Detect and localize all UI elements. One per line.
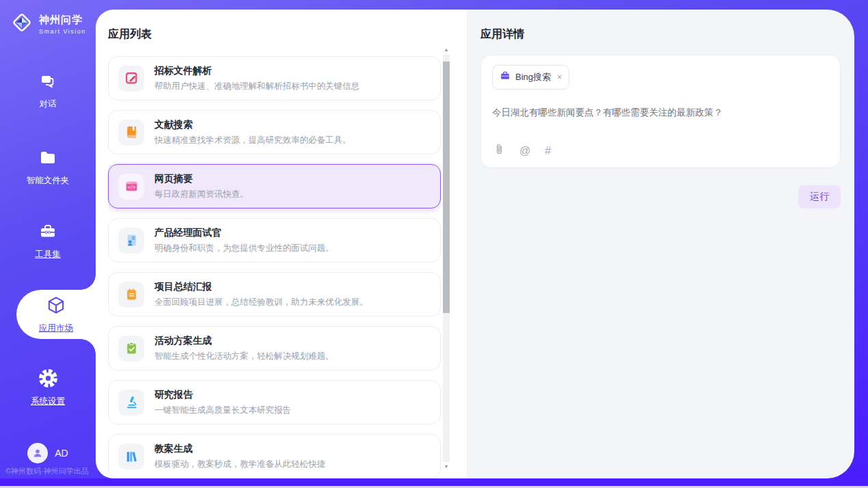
brand-subtitle: Smart Vision: [39, 28, 86, 35]
books-icon: [118, 444, 144, 470]
app-card-description: 帮助用户快速、准确地理解和解析招标书中的关键信息: [154, 81, 360, 92]
hash-icon[interactable]: #: [545, 145, 551, 157]
folder-icon: [38, 159, 58, 170]
sidebar-item-chat[interactable]: 对话: [0, 71, 96, 110]
app-card[interactable]: </> 网页摘要 每日政府新闻资讯快查。: [108, 164, 441, 208]
diamond-logo-icon: [10, 10, 34, 38]
app-card-title: 网页摘要: [154, 173, 193, 184]
notepad-icon: [118, 282, 144, 308]
composer-toolbar: @#: [493, 143, 551, 159]
app-card[interactable]: 项目总结汇报 全面回顾项目进展，总结经验教训，助力未来优化发展。: [108, 272, 441, 316]
app-detail-title: 应用详情: [480, 27, 524, 42]
sidebar-item-cube[interactable]: 应用市场: [16, 290, 96, 339]
app-window: 神州问学 Smart Vision 对话 智能文件夹 工具集 应用市场: [0, 0, 868, 488]
sidebar-item-label: 应用市场: [39, 323, 73, 334]
mention-icon[interactable]: @: [519, 145, 530, 157]
app-card-description: 快速精准查找学术资源，提高研究效率的必备工具。: [154, 135, 351, 146]
book-icon: [118, 120, 144, 146]
app-card-title: 招标文件解析: [154, 65, 212, 76]
app-card-title: 活动方案生成: [154, 335, 212, 346]
sidebar-item-label: 工具集: [0, 249, 96, 260]
app-card-description: 智能生成个性化活动方案，轻松解决规划难题。: [154, 351, 334, 362]
app-card[interactable]: 产品经理面试官 明确身份和职责，为您提供专业性的面试问题。: [108, 218, 441, 262]
scrollbar-up-icon[interactable]: ▲: [443, 46, 450, 53]
app-card[interactable]: 研究报告 一键智能生成高质量长文本研究报告: [108, 380, 441, 424]
microscope-icon: [118, 390, 144, 416]
brand-logo: 神州问学 Smart Vision: [10, 10, 86, 38]
app-card-title: 教案生成: [154, 443, 193, 454]
prompt-card[interactable]: Bing搜索 × 今日湖北有哪些新闻要点？有哪些需要关注的最新政策？ @#: [480, 55, 841, 168]
cube-icon: [45, 295, 67, 319]
sidebar: 神州问学 Smart Vision 对话 智能文件夹 工具集 应用市场: [0, 0, 96, 478]
app-detail-panel: 应用详情 Bing搜索 × 今日湖北有哪些新闻要点？有哪些需要关注的最新政策？: [467, 10, 854, 478]
app-card-description: 每日政府新闻资讯快查。: [154, 189, 249, 200]
app-card[interactable]: 活动方案生成 智能生成个性化活动方案，轻松解决规划难题。: [108, 326, 441, 370]
app-card-list: 招标文件解析 帮助用户快速、准确地理解和解析招标书中的关键信息 文献搜索 快速精…: [108, 56, 441, 478]
sidebar-item-toolbox[interactable]: 工具集: [0, 221, 96, 260]
list-scrollbar[interactable]: ▲ ▼: [443, 55, 450, 462]
sidebar-item-label: 智能文件夹: [0, 175, 96, 187]
app-card[interactable]: 文献搜索 快速精准查找学术资源，提高研究效率的必备工具。: [108, 110, 441, 154]
toolbox-icon: [38, 232, 58, 244]
brand-name: 神州问学: [39, 14, 86, 27]
user-initials: AD: [55, 448, 68, 459]
run-button[interactable]: 运行: [798, 185, 841, 208]
app-card-title: 产品经理面试官: [154, 227, 221, 238]
web-code-icon: </>: [118, 174, 144, 200]
sidebar-item-label: 系统设置: [0, 396, 96, 407]
tool-tag-label: Bing搜索: [515, 71, 551, 83]
scrollbar-down-icon[interactable]: ▼: [443, 463, 450, 470]
resume-icon: [118, 228, 144, 254]
app-card[interactable]: 教案生成 模板驱动，教案秒成，教学准备从此轻松快捷: [108, 434, 441, 478]
app-card-description: 明确身份和职责，为您提供专业性的面试问题。: [154, 243, 334, 254]
app-list-panel: 应用列表 招标文件解析 帮助用户快速、准确地理解和解析招标书中的关键信息 文献搜…: [96, 10, 467, 478]
tag-close-icon[interactable]: ×: [557, 72, 562, 82]
sidebar-item-folder[interactable]: 智能文件夹: [0, 148, 96, 187]
tool-tag-bing-search[interactable]: Bing搜索 ×: [492, 65, 569, 90]
app-card-title: 文献搜索: [154, 119, 193, 130]
avatar: [27, 443, 48, 463]
app-card-description: 全面回顾项目进展，总结经验教训，助力未来优化发展。: [154, 297, 368, 308]
attachment-icon[interactable]: [493, 143, 505, 159]
gear-icon: [38, 379, 59, 391]
app-card-description: 一键智能生成高质量长文本研究报告: [154, 405, 291, 416]
query-text[interactable]: 今日湖北有哪些新闻要点？有哪些需要关注的最新政策？: [492, 107, 829, 119]
sidebar-item-label: 对话: [0, 98, 96, 110]
content-area: 应用列表 招标文件解析 帮助用户快速、准确地理解和解析招标书中的关键信息 文献搜…: [96, 10, 854, 478]
app-card[interactable]: 招标文件解析 帮助用户快速、准确地理解和解析招标书中的关键信息: [108, 56, 441, 100]
app-card-description: 模板驱动，教案秒成，教学准备从此轻松快捷: [154, 459, 325, 470]
scrollbar-thumb[interactable]: [443, 62, 450, 313]
frame-bottom-strip: [0, 478, 868, 486]
app-card-title: 项目总结汇报: [154, 281, 212, 292]
clipboard-check-icon: [118, 336, 144, 362]
user-account[interactable]: AD: [0, 443, 96, 463]
chat-icon: [38, 82, 58, 94]
svg-text:</>: </>: [127, 185, 135, 189]
briefcase-icon: [500, 70, 511, 84]
app-list-title: 应用列表: [108, 27, 152, 42]
copyright-footer: ©神州数码·神州问学出品: [5, 466, 89, 476]
doc-edit-icon: [118, 66, 144, 92]
sidebar-item-gear[interactable]: 系统设置: [0, 368, 96, 407]
app-card-title: 研究报告: [154, 389, 193, 400]
